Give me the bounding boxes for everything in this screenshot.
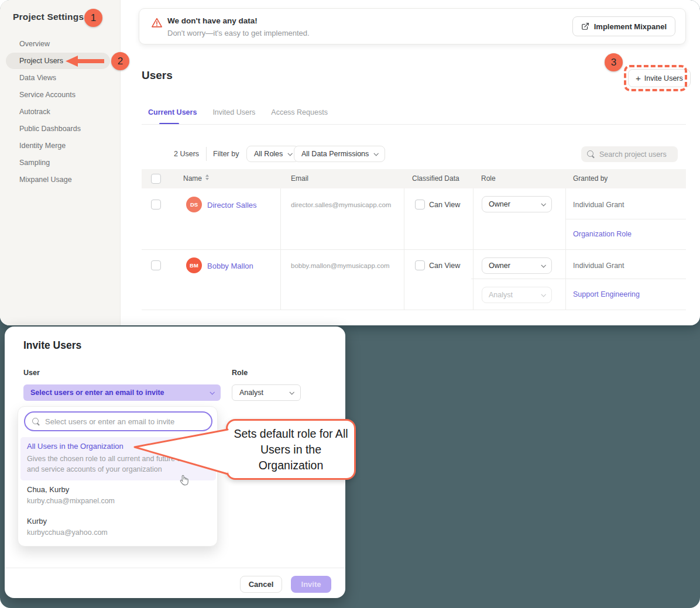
annotation-marker-3: 3 <box>605 53 623 71</box>
role-select-dropdown[interactable]: Analyst <box>232 384 301 401</box>
tab-invited-users[interactable]: Invited Users <box>212 108 255 123</box>
callout-tail <box>130 421 234 480</box>
user-name-link[interactable]: Director Salles <box>207 201 257 209</box>
filter-by-label: Filter by <box>213 150 239 158</box>
column-divider <box>404 250 404 310</box>
hand-cursor-icon <box>177 473 190 487</box>
column-divider <box>473 188 473 249</box>
implement-mixpanel-button[interactable]: Implement Mixpanel <box>572 16 675 36</box>
option-title: All Users in the Organization <box>27 442 123 451</box>
suggestion-email: kurbycchua@yahoo.com <box>27 528 108 537</box>
role-dropdown[interactable]: Owner <box>482 257 552 274</box>
external-link-icon <box>581 22 589 30</box>
sidebar-item-overview[interactable]: Overview <box>19 38 50 50</box>
search-icon <box>32 418 40 425</box>
cancel-button[interactable]: Cancel <box>240 576 282 593</box>
user-count: 2 Users <box>174 150 199 158</box>
annotation-marker-2: 2 <box>111 52 129 70</box>
col-classified: Classified Data <box>412 169 459 188</box>
project-settings-page: Project Settings Overview Project Users … <box>0 0 700 325</box>
sidebar-item-public-dashboards[interactable]: Public Dashboards <box>19 123 81 135</box>
sidebar-item-service-accounts[interactable]: Service Accounts <box>19 89 76 101</box>
tab-current-users[interactable]: Current Users <box>148 108 197 123</box>
annotation-callout: Sets default role for All Users in the O… <box>226 419 356 480</box>
sidebar-item-sampling[interactable]: Sampling <box>19 157 50 169</box>
column-divider <box>473 250 473 310</box>
table-row: BM Bobby Mallon bobby.mallon@mymusicapp.… <box>142 250 686 310</box>
avatar: BM <box>186 257 202 273</box>
filter-divider <box>206 147 207 161</box>
suggestion-email: kurby.chua@mixpanel.com <box>27 497 115 505</box>
granted-by-link[interactable]: Support Engineering <box>573 290 640 298</box>
can-view-checkbox[interactable] <box>415 260 425 270</box>
users-tabs: Current Users Invited Users Access Reque… <box>148 108 328 123</box>
user-select-dropdown[interactable]: Select users or enter an email to invite <box>23 384 221 401</box>
table-row: DS Director Salles director.salles@mymus… <box>142 188 686 250</box>
column-divider <box>565 250 566 310</box>
row-checkbox[interactable] <box>151 260 161 270</box>
sort-icon <box>205 174 209 180</box>
chevron-down-icon <box>541 201 545 206</box>
chevron-down-icon <box>541 263 545 267</box>
chevron-down-icon <box>541 292 545 297</box>
column-divider <box>280 250 281 310</box>
annotation-marker-1: 1 <box>84 9 102 27</box>
user-email: bobby.mallon@mymusicapp.com <box>291 262 390 269</box>
can-view-label: Can View <box>429 262 460 270</box>
sidebar-item-autotrack[interactable]: Autotrack <box>19 106 50 118</box>
col-email: Email <box>291 169 308 188</box>
annotation-arrow-icon <box>66 55 104 67</box>
search-input[interactable] <box>599 150 670 159</box>
banner-subtitle: Don't worry—it's easy to get implemented… <box>167 29 310 37</box>
suggestion-name[interactable]: Kurby <box>27 517 47 525</box>
sidebar-item-project-users[interactable]: Project Users <box>19 55 63 67</box>
tab-access-requests[interactable]: Access Requests <box>271 108 328 123</box>
select-all-checkbox[interactable] <box>151 174 161 184</box>
suggestion-name[interactable]: Chua, Kurby <box>27 485 69 494</box>
role-field-label: Role <box>232 369 248 377</box>
table-header: Name Email Classified Data Role Granted … <box>142 169 686 188</box>
user-field-label: User <box>23 369 40 377</box>
granted-by-value: Individual Grant <box>573 201 624 209</box>
sidebar-item-mixpanel-usage[interactable]: Mixpanel Usage <box>19 174 72 186</box>
avatar: DS <box>186 197 202 212</box>
cell-divider <box>565 219 686 219</box>
warning-icon <box>151 17 163 29</box>
search-icon <box>587 150 595 158</box>
all-roles-filter[interactable]: All Roles <box>246 146 299 162</box>
cell-divider <box>471 279 686 279</box>
column-divider <box>404 188 404 249</box>
row-checkbox[interactable] <box>151 200 161 209</box>
col-name[interactable]: Name <box>183 169 209 188</box>
invite-submit-button[interactable]: Invite <box>291 576 331 593</box>
granted-by-value: Individual Grant <box>573 262 624 270</box>
modal-footer-divider <box>5 568 345 568</box>
chevron-down-icon <box>289 390 294 394</box>
chevron-down-icon <box>288 151 293 156</box>
all-data-permissions-filter[interactable]: All Data Permissions <box>294 146 385 162</box>
tabs-divider <box>142 124 686 125</box>
role-dropdown-disabled: Analyst <box>482 287 552 303</box>
settings-sidebar: Project Settings Overview Project Users … <box>0 0 121 325</box>
can-view-checkbox[interactable] <box>415 200 425 209</box>
chevron-down-icon <box>374 151 379 156</box>
sidebar-item-identity-merge[interactable]: Identity Merge <box>19 140 66 152</box>
can-view-label: Can View <box>429 201 460 209</box>
screenshot-canvas: Project Settings Overview Project Users … <box>0 0 700 608</box>
sidebar-item-data-views[interactable]: Data Views <box>19 72 56 84</box>
chevron-down-icon <box>210 390 214 394</box>
modal-title: Invite Users <box>23 339 81 352</box>
col-granted-by: Granted by <box>573 169 608 188</box>
col-role: Role <box>481 169 496 188</box>
banner-title: We don't have any data! <box>167 16 258 25</box>
granted-by-link[interactable]: Organization Role <box>573 230 632 238</box>
user-email: director.salles@mymusicapp.com <box>291 201 391 208</box>
page-title: Project Settings <box>13 12 84 22</box>
no-data-banner: We don't have any data! Don't worry—it's… <box>139 8 686 44</box>
column-divider <box>280 188 281 249</box>
search-project-users[interactable] <box>581 146 678 162</box>
users-heading: Users <box>142 69 173 82</box>
user-name-link[interactable]: Bobby Mallon <box>207 262 253 270</box>
annotation-dashed-highlight <box>624 65 687 91</box>
role-dropdown[interactable]: Owner <box>482 196 552 212</box>
